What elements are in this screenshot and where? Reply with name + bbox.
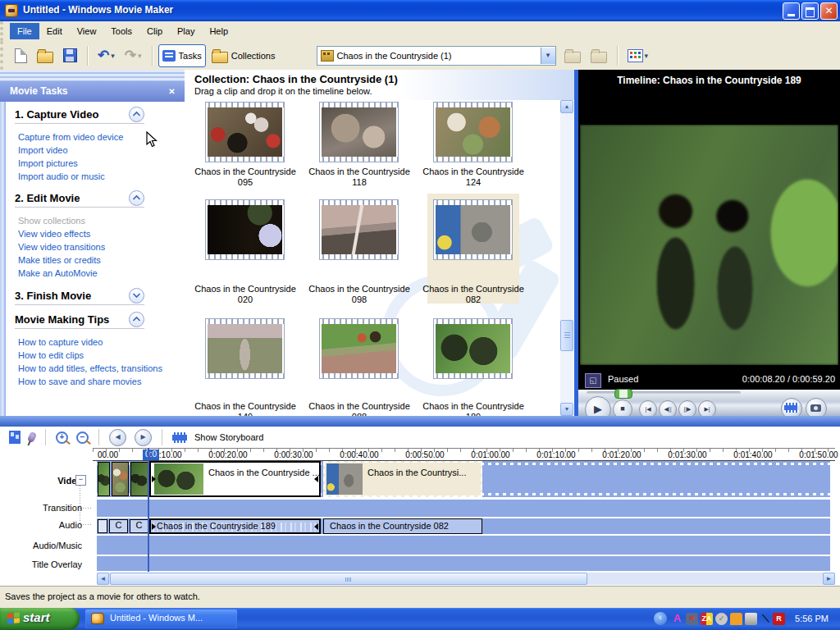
link-how-titles[interactable]: How to add titles, effects, transitions [18, 363, 162, 373]
seek-bar[interactable] [587, 391, 741, 395]
trim-handle[interactable] [152, 476, 156, 482]
scrollbar-thumb[interactable] [110, 573, 587, 585]
printer-tray-icon[interactable] [745, 613, 757, 625]
timeline-video-clip-082[interactable]: Chaos in the Countrysi... [323, 461, 482, 497]
menu-view[interactable]: View [70, 23, 104, 39]
clip-label: Chaos in the Countrysi... [368, 468, 466, 477]
timeline-video-clip-small[interactable] [98, 462, 110, 496]
timeline-video-clip-small[interactable] [130, 462, 148, 496]
menu-file[interactable]: File [10, 23, 39, 39]
link-show-collections[interactable]: Show collections [18, 216, 85, 226]
rewind-timeline-button[interactable]: ◀ [109, 429, 126, 446]
ati-tray-icon[interactable]: A [671, 613, 683, 625]
trim-handle[interactable] [152, 523, 156, 530]
timeline-audio-clip-189-selected[interactable]: Chaos in the Countryside 189 [149, 518, 321, 534]
timeline-video-clip-189-selected[interactable]: Chaos in the Countryside ... [149, 461, 321, 497]
taskbar-clock: 5:56 PM [795, 614, 829, 623]
scroll-up-button[interactable]: ▲ [560, 100, 573, 113]
ruler-label: 0:00:30.00 [274, 450, 313, 459]
link-capture-from-device[interactable]: Capture from video device [18, 132, 123, 142]
collapse-edit-button[interactable] [129, 190, 144, 206]
status-text: Saves the project as a movie for others … [5, 591, 200, 601]
show-storyboard-button[interactable]: Show Storyboard [194, 432, 263, 442]
redo-button[interactable]: ↷▾ [121, 44, 146, 67]
menu-tools[interactable]: Tools [103, 23, 139, 39]
preview-title: Timeline: Chaos in the Countryside 189 [578, 75, 840, 86]
collection-combobox[interactable]: Chaos in the Countryside (1) ▾ [317, 46, 556, 66]
seek-thumb[interactable] [614, 389, 632, 399]
link-view-video-effects[interactable]: View video effects [18, 229, 90, 239]
video-track-collapse-button[interactable]: − [75, 475, 86, 486]
collapse-capture-button[interactable] [129, 107, 144, 122]
network-tray-icon[interactable]: ✕ [686, 613, 698, 625]
narrate-timeline-icon[interactable] [27, 431, 37, 443]
views-button[interactable]: ▾ [623, 44, 653, 67]
link-how-capture[interactable]: How to capture video [18, 337, 103, 347]
trim-handle[interactable] [314, 476, 318, 482]
link-import-video[interactable]: Import video [18, 145, 68, 155]
mail-tray-icon[interactable] [730, 613, 742, 625]
start-button[interactable]: start [0, 608, 80, 630]
close-button[interactable]: ✕ [820, 2, 838, 20]
messenger-tray-icon[interactable]: ✓ [715, 613, 728, 625]
collections-button[interactable]: Collections [208, 44, 280, 67]
timeline-audio-clip-small[interactable] [98, 519, 107, 533]
tray-chevron-button[interactable]: ‹ [654, 612, 667, 625]
menu-clip[interactable]: Clip [139, 23, 170, 39]
link-how-save-share[interactable]: How to save and share movies [18, 377, 141, 386]
pane-splitter[interactable] [0, 416, 840, 427]
menu-play[interactable]: Play [170, 23, 202, 39]
title-overlay-track[interactable] [97, 556, 830, 571]
clip-thumbnail [205, 102, 285, 162]
timeline-ruler[interactable]: 00.00 0:00:10.00 0:00:20.00 0:00:30.00 0… [93, 448, 835, 461]
playhead-line[interactable] [148, 448, 149, 572]
zonealarm-tray-icon[interactable]: ZA [701, 613, 713, 625]
fullscreen-icon[interactable]: ◱ [585, 373, 601, 388]
trim-handle[interactable] [314, 523, 318, 530]
timeline-audio-clip-082[interactable]: Chaos in the Countryside 082 [323, 518, 482, 534]
taskbar-window-button[interactable]: Untitled - Windows M... [85, 609, 237, 628]
play-timeline-button[interactable]: ▶ [135, 429, 152, 446]
audio-music-track[interactable] [97, 536, 830, 555]
menu-edit[interactable]: Edit [39, 23, 70, 39]
menu-help[interactable]: Help [202, 23, 235, 39]
new-project-button[interactable] [11, 44, 31, 67]
link-view-video-transitions[interactable]: View video transitions [18, 242, 105, 252]
link-make-automovie[interactable]: Make an AutoMovie [18, 268, 98, 278]
timeline-scrollbar[interactable]: ◄ ► [97, 573, 835, 585]
open-project-button[interactable] [33, 44, 57, 67]
link-import-audio[interactable]: Import audio or music [18, 171, 105, 181]
avira-tray-icon[interactable]: R [773, 613, 785, 625]
save-project-button[interactable] [59, 44, 81, 67]
ruler-label: 0:00:50.00 [405, 450, 444, 459]
scroll-down-button[interactable]: ▼ [560, 403, 573, 416]
transition-track[interactable] [97, 500, 830, 517]
audio-levels-icon[interactable] [9, 431, 21, 444]
scroll-right-button[interactable]: ► [823, 573, 835, 585]
scrollbar-thumb[interactable] [560, 320, 573, 351]
undo-button[interactable]: ↶▾ [94, 44, 119, 67]
up-one-level-button[interactable] [560, 44, 585, 67]
video-track[interactable]: Chaos in the Countryside ... Chaos in th… [97, 461, 830, 497]
zoom-in-icon[interactable]: + [56, 431, 68, 444]
combobox-dropdown-button[interactable]: ▾ [541, 48, 555, 64]
new-collection-folder-button[interactable] [587, 44, 611, 67]
link-how-edit[interactable]: How to edit clips [18, 350, 84, 360]
link-make-titles[interactable]: Make titles or credits [18, 255, 101, 265]
timeline-video-clip-small[interactable] [112, 462, 129, 496]
audio-track[interactable]: C C Chaos in the Countryside 189 Chaos i… [97, 518, 830, 534]
link-import-pictures[interactable]: Import pictures [18, 158, 78, 168]
zoom-out-icon[interactable]: − [76, 431, 89, 444]
expand-finish-button[interactable] [129, 288, 144, 304]
timeline-audio-clip-c2[interactable]: C [130, 519, 148, 533]
timeline-audio-clip-c1[interactable]: C [109, 519, 128, 533]
tool-tray-icon[interactable]: ⟍ [760, 613, 772, 625]
scroll-left-button[interactable]: ◄ [97, 573, 109, 585]
collection-scrollbar[interactable]: ▲ ▼ [560, 100, 573, 416]
panel-close-icon[interactable]: ✕ [166, 85, 178, 98]
tasks-button[interactable]: Tasks [158, 44, 206, 67]
clip-label: Chaos in the Countryside124 [418, 167, 529, 188]
minimize-button[interactable] [783, 2, 800, 20]
collapse-tips-button[interactable] [129, 312, 144, 327]
restore-button[interactable] [801, 2, 819, 20]
